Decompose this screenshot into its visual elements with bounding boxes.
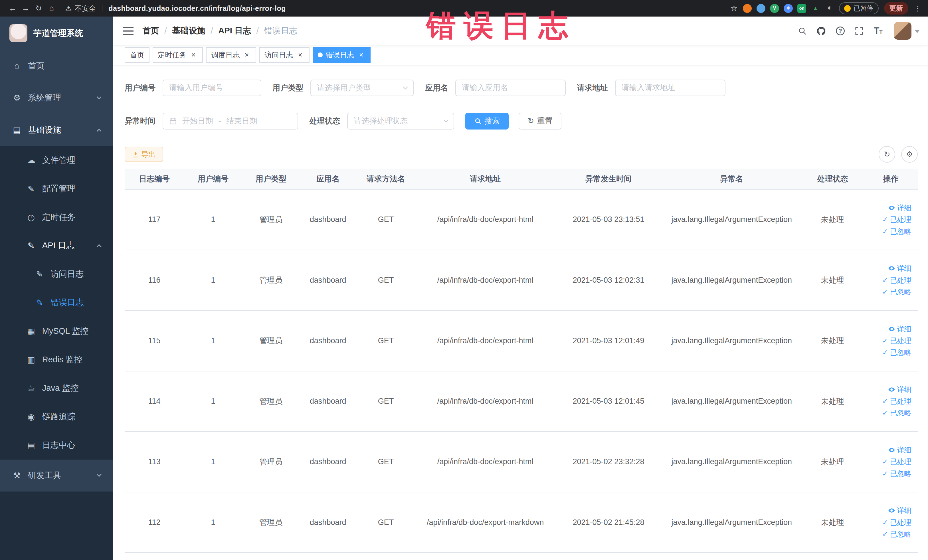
sidebar-item-trace[interactable]: ◉链路追踪 xyxy=(0,403,113,431)
processed-link[interactable]: ✓已处理 xyxy=(882,397,911,406)
search-button[interactable] xyxy=(793,17,812,45)
hamburger-button[interactable] xyxy=(113,26,142,36)
home-button[interactable]: ⌂ xyxy=(45,4,58,13)
tab-close-icon[interactable]: × xyxy=(357,51,365,59)
detail-link[interactable]: 详细 xyxy=(888,324,911,334)
tab-0[interactable]: 首页 xyxy=(125,47,150,63)
user-type-label: 用户类型 xyxy=(272,83,303,93)
ignore-link[interactable]: ✓已忽略 xyxy=(882,408,911,418)
api-log-icon: ✎ xyxy=(26,241,36,250)
sidebar-item-access-log[interactable]: ✎访问日志 xyxy=(0,260,113,288)
chevron-down-icon xyxy=(97,95,102,99)
extension-blue-grid-icon[interactable]: ❖ xyxy=(784,4,792,13)
export-button[interactable]: 导出 xyxy=(125,146,163,162)
github-button[interactable] xyxy=(812,17,831,45)
detail-link[interactable]: 详细 xyxy=(888,385,911,394)
ignore-link[interactable]: ✓已忽略 xyxy=(882,287,911,297)
ignore-link[interactable]: ✓已忽略 xyxy=(882,227,911,236)
tab-4[interactable]: 错误日志× xyxy=(313,47,371,63)
sidebar-item-java[interactable]: ☕Java 监控 xyxy=(0,374,113,403)
fullscreen-button[interactable] xyxy=(850,17,869,45)
processed-link[interactable]: ✓已处理 xyxy=(882,336,911,345)
reset-button[interactable]: ↻ 重置 xyxy=(519,113,561,129)
detail-link[interactable]: 详细 xyxy=(888,264,911,273)
tab-3[interactable]: 访问日志× xyxy=(259,47,310,63)
breadcrumb-infra[interactable]: 基础设施 xyxy=(172,25,205,37)
tab-close-icon[interactable]: × xyxy=(296,51,304,59)
tab-2[interactable]: 调度日志× xyxy=(206,47,256,63)
security-chip[interactable]: ⚠ 不安全 xyxy=(65,4,96,13)
avatar-caret-icon[interactable] xyxy=(915,30,919,33)
processed-link[interactable]: ✓已处理 xyxy=(882,276,911,285)
extension-paw-icon[interactable]: ❋ xyxy=(825,4,833,13)
app-logo-area[interactable]: 芋道管理系统 xyxy=(0,17,113,50)
extension-green-v-icon[interactable]: V xyxy=(770,4,779,13)
back-button[interactable]: ← xyxy=(6,4,19,13)
sidebar-item-devtools[interactable]: ⚒研发工具 xyxy=(0,459,113,491)
sidebar-item-redis[interactable]: ▥Redis 监控 xyxy=(0,345,113,374)
column-header: 用户类型 xyxy=(242,169,300,189)
process-status-select[interactable]: 请选择处理状态 xyxy=(347,113,454,129)
cell-method: GET xyxy=(356,492,416,552)
search-button[interactable]: 搜索 xyxy=(465,113,509,129)
detail-link[interactable]: 详细 xyxy=(888,506,911,515)
request-url-input[interactable] xyxy=(615,79,725,96)
help-button[interactable]: ? xyxy=(831,17,850,45)
extension-blue-icon[interactable] xyxy=(757,4,765,13)
sidebar-item-config[interactable]: ✎配置管理 xyxy=(0,175,113,203)
address-bar[interactable]: dashboard.yudao.iocoder.cn/infra/log/api… xyxy=(108,4,286,12)
sidebar-item-system[interactable]: ⚙系统管理 xyxy=(0,82,113,114)
font-size-button[interactable]: TT xyxy=(868,17,888,45)
extension-tree-icon[interactable]: ▲ xyxy=(811,4,820,13)
exception-time-range[interactable]: 开始日期 - 结束日期 xyxy=(163,113,298,129)
eye-icon xyxy=(888,204,895,211)
ignore-link[interactable]: ✓已忽略 xyxy=(882,348,911,357)
paused-badge[interactable]: 已暂停 xyxy=(839,2,879,14)
refresh-circle-button[interactable]: ↻ xyxy=(879,146,895,163)
tab-close-icon[interactable]: × xyxy=(189,51,198,59)
update-button[interactable]: 更新 xyxy=(884,2,908,15)
extension-on-badge-icon[interactable]: on xyxy=(797,4,806,13)
tab-1[interactable]: 定时任务× xyxy=(153,47,203,63)
cell-user_id: 1 xyxy=(184,250,242,310)
sidebar-item-infra[interactable]: ▤基础设施 xyxy=(0,114,113,146)
sidebar-item-api-log[interactable]: ✎API 日志 xyxy=(0,232,113,260)
ignore-link[interactable]: ✓已忽略 xyxy=(882,469,911,478)
check-icon: ✓ xyxy=(882,288,888,296)
sidebar-item-home[interactable]: ⌂首页 xyxy=(0,50,113,82)
column-header: 异常名 xyxy=(662,169,801,189)
breadcrumb-api-log[interactable]: API 日志 xyxy=(218,25,251,37)
browser-chrome: ← → ↻ ⌂ ⚠ 不安全 dashboard.yudao.iocoder.cn… xyxy=(0,0,928,17)
reload-button[interactable]: ↻ xyxy=(32,4,45,13)
user-id-input[interactable] xyxy=(163,79,261,96)
detail-link[interactable]: 详细 xyxy=(888,445,911,455)
sidebar-item-job[interactable]: ◷定时任务 xyxy=(0,203,113,232)
eye-icon xyxy=(888,325,895,333)
page-content: 用户编号 用户类型 请选择用户类型 应用名 xyxy=(113,65,928,560)
bookmark-star-icon[interactable]: ☆ xyxy=(731,4,737,13)
kebab-menu-icon[interactable]: ⋮ xyxy=(914,4,922,12)
processed-link[interactable]: ✓已处理 xyxy=(882,518,911,527)
app-name-input[interactable] xyxy=(455,79,566,96)
forward-button[interactable]: → xyxy=(19,4,32,13)
cell-id: 117 xyxy=(125,189,184,250)
sidebar-item-log-center[interactable]: ▤日志中心 xyxy=(0,431,113,459)
breadcrumb-home[interactable]: 首页 xyxy=(142,25,159,37)
ignore-link[interactable]: ✓已忽略 xyxy=(882,529,911,539)
sidebar-item-file[interactable]: ☁文件管理 xyxy=(0,146,113,175)
user-avatar[interactable] xyxy=(894,22,911,40)
tab-label: 访问日志 xyxy=(264,50,293,60)
sidebar-item-mysql[interactable]: ▦MySQL 监控 xyxy=(0,317,113,345)
user-type-select[interactable]: 请选择用户类型 xyxy=(310,79,414,96)
column-settings-button[interactable]: ⚙ xyxy=(901,146,918,163)
action-label: 详细 xyxy=(897,506,911,515)
cell-exception: java.lang.IllegalArgumentException xyxy=(662,371,801,432)
extension-orange-icon[interactable] xyxy=(743,4,752,13)
end-date-placeholder: 结束日期 xyxy=(226,116,257,126)
processed-link[interactable]: ✓已处理 xyxy=(882,457,911,467)
sidebar-item-error-log[interactable]: ✎错误日志 xyxy=(0,288,113,317)
detail-link[interactable]: 详细 xyxy=(888,203,911,212)
tab-close-icon[interactable]: × xyxy=(243,51,251,59)
sidebar-item-label: 链路追踪 xyxy=(42,411,76,423)
processed-link[interactable]: ✓已处理 xyxy=(882,215,911,224)
